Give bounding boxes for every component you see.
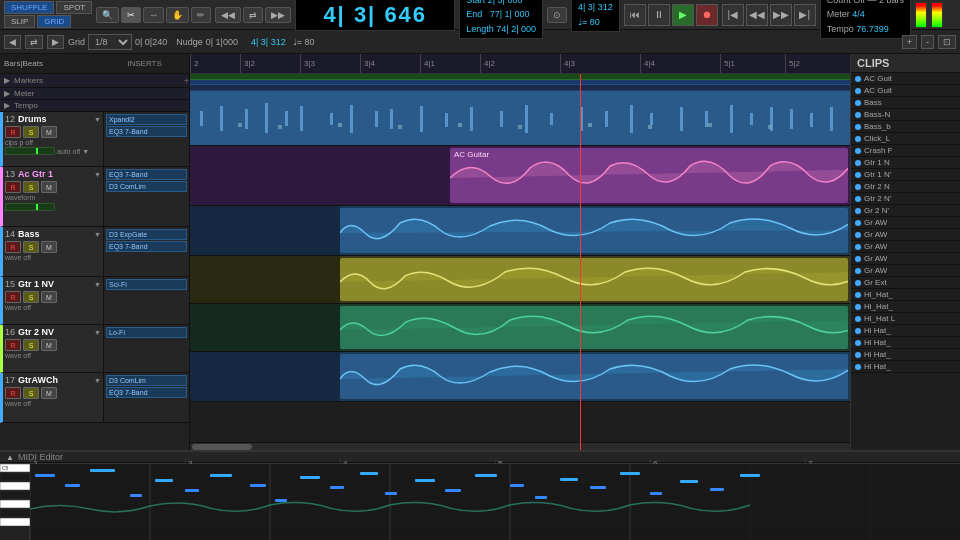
tempo-val[interactable]: 76.7399 <box>856 24 889 34</box>
volume-fader-guitar[interactable] <box>5 203 55 211</box>
clip-item-7[interactable]: Gtr 1 N <box>851 157 960 169</box>
clip-item-18[interactable]: Hi_Hat_ <box>851 289 960 301</box>
clip-item-6[interactable]: Crash F <box>851 145 960 157</box>
mute-btn-guitar[interactable]: M <box>41 181 57 193</box>
back-btn[interactable]: ◀◀ <box>215 7 241 23</box>
clip-item-12[interactable]: Gr AW <box>851 217 960 229</box>
slip-btn[interactable]: SLIP <box>4 15 35 28</box>
off-btn-gtr1[interactable]: off <box>23 304 31 311</box>
zoom-in-btn[interactable]: + <box>902 35 917 49</box>
wave-btn-gtr2[interactable]: wave <box>5 352 21 359</box>
main-counter[interactable]: 4| 3| 646 <box>295 0 455 31</box>
zoom-fit-btn[interactable]: ⊡ <box>938 35 956 49</box>
insert-eq3-guitar[interactable]: EQ3 7-Band <box>106 169 187 180</box>
hand-tool[interactable]: ✋ <box>166 7 189 23</box>
grid-select[interactable]: 1/41/81/16 <box>88 34 132 50</box>
guitar-clip[interactable]: AC Guitar <box>450 148 848 203</box>
off-btn-bass[interactable]: off <box>23 254 31 261</box>
midi-expand-btn[interactable]: ▲ <box>6 453 14 462</box>
clip-item-2[interactable]: Bass <box>851 97 960 109</box>
zoom-out-btn[interactable]: - <box>921 35 934 49</box>
forward-btn[interactable]: ▶▶ <box>265 7 291 23</box>
meter-expand[interactable]: ▶ <box>4 89 10 98</box>
mute-btn-gtr1nv[interactable]: M <box>41 291 57 303</box>
rec-btn-gtrauch[interactable]: R <box>5 387 21 399</box>
bass-clip[interactable] <box>340 208 848 253</box>
insert-eq3-bass[interactable]: EQ3 7-Band <box>106 241 187 252</box>
shuffle-btn[interactable]: SHUFFLE <box>4 1 54 14</box>
insert-eq3-gtrauch[interactable]: EQ3 7-Band <box>106 387 187 398</box>
solo-btn-gtrauch[interactable]: S <box>23 387 39 399</box>
gtrauch-clip[interactable] <box>340 354 848 399</box>
loop-btn[interactable]: ⇄ <box>243 7 263 23</box>
track-expand-guitar[interactable]: ▼ <box>94 171 101 178</box>
play-btn[interactable]: ▶ <box>672 4 694 26</box>
wave-btn-gtrauch[interactable]: wave <box>5 400 21 407</box>
rew-btn[interactable]: ◀◀ <box>746 4 768 26</box>
solo-btn-gtr1nv[interactable]: S <box>23 291 39 303</box>
clps-btn-drums[interactable]: clps <box>5 139 17 146</box>
wave-btn-bass[interactable]: wave <box>5 254 21 261</box>
rec-btn[interactable]: ⏺ <box>696 4 718 26</box>
clip-item-4[interactable]: Bass_b <box>851 121 960 133</box>
clip-item-21[interactable]: Hi Hat_ <box>851 325 960 337</box>
clip-item-5[interactable]: Click_L <box>851 133 960 145</box>
rec-btn-guitar[interactable]: R <box>5 181 21 193</box>
markers-expand[interactable]: ▶ <box>4 76 10 85</box>
clip-item-1[interactable]: AC Guit <box>851 85 960 97</box>
mute-btn-gtr2nv[interactable]: M <box>41 339 57 351</box>
ff-btn[interactable]: ▶▶ <box>770 4 792 26</box>
clip-item-10[interactable]: Gtr 2 N' <box>851 193 960 205</box>
volume-fader-drums[interactable] <box>5 147 55 155</box>
auto-off-drums[interactable]: auto off ▼ <box>57 148 89 155</box>
insert-xpandl2[interactable]: Xpandl2 <box>106 114 187 125</box>
clip-item-14[interactable]: Gr AW <box>851 241 960 253</box>
insert-d3comlim-guitar[interactable]: D3 ComLim <box>106 181 187 192</box>
insert-d3expgate[interactable]: D3 ExpGate <box>106 229 187 240</box>
clip-item-8[interactable]: Gtr 1 N' <box>851 169 960 181</box>
insert-d3comlim-gtrauch[interactable]: D3 ComLim <box>106 375 187 386</box>
solo-btn-drums[interactable]: S <box>23 126 39 138</box>
end-val[interactable]: 77| 1| 000 <box>490 9 530 19</box>
scrollbar-thumb[interactable] <box>192 444 252 450</box>
off-btn-drums[interactable]: off <box>25 139 33 146</box>
mute-btn-gtrauch[interactable]: M <box>41 387 57 399</box>
nav-loop-btn[interactable]: ⇄ <box>25 35 43 49</box>
track-expand-drums[interactable]: ▼ <box>94 116 101 123</box>
clip-item-15[interactable]: Gr AW <box>851 253 960 265</box>
tempo-expand[interactable]: ▶ <box>4 101 10 110</box>
nav-fwd-btn[interactable]: ▶ <box>47 35 64 49</box>
zoom-tool[interactable]: 🔍 <box>96 7 119 23</box>
track-expand-gtrauch[interactable]: ▼ <box>94 377 101 384</box>
nav-back-btn[interactable]: ◀ <box>4 35 21 49</box>
clip-item-19[interactable]: Hi_Hat_ <box>851 301 960 313</box>
solo-btn-guitar[interactable]: S <box>23 181 39 193</box>
rec-btn-gtr2nv[interactable]: R <box>5 339 21 351</box>
clip-item-20[interactable]: Hi_Hat L <box>851 313 960 325</box>
clip-item-3[interactable]: Bass-N <box>851 109 960 121</box>
clip-item-9[interactable]: Gtr 2 N <box>851 181 960 193</box>
off-btn-gtrauch[interactable]: off <box>23 400 31 407</box>
waveform-btn-guitar[interactable]: waveform <box>5 194 35 201</box>
trim-tool[interactable]: ✂ <box>121 7 141 23</box>
length-val[interactable]: 74| 2| 000 <box>496 24 536 34</box>
clip-item-0[interactable]: AC Guit <box>851 73 960 85</box>
off-btn-gtr2[interactable]: off <box>23 352 31 359</box>
markers-add-btn[interactable]: + <box>184 76 189 86</box>
clip-item-11[interactable]: Gr 2 N' <box>851 205 960 217</box>
p-btn-drums[interactable]: p <box>19 139 23 146</box>
bpm-val[interactable]: 80 <box>590 17 600 27</box>
grid-btn[interactable]: GRID <box>37 15 71 28</box>
clip-item-24[interactable]: Hi Hat_ <box>851 361 960 373</box>
end-btn[interactable]: ▶| <box>794 4 816 26</box>
rec-btn-drums[interactable]: R <box>5 126 21 138</box>
clip-item-13[interactable]: Gr AW <box>851 229 960 241</box>
rec-btn-bass[interactable]: R <box>5 241 21 253</box>
rec-btn-gtr1nv[interactable]: R <box>5 291 21 303</box>
insert-scifi[interactable]: Sci-Fi <box>106 279 187 290</box>
solo-btn-gtr2nv[interactable]: S <box>23 339 39 351</box>
insert-eq3-drums[interactable]: EQ3 7-Band <box>106 126 187 137</box>
solo-btn-bass[interactable]: S <box>23 241 39 253</box>
clip-item-17[interactable]: Gr Ext <box>851 277 960 289</box>
clip-item-22[interactable]: Hi Hat_ <box>851 337 960 349</box>
